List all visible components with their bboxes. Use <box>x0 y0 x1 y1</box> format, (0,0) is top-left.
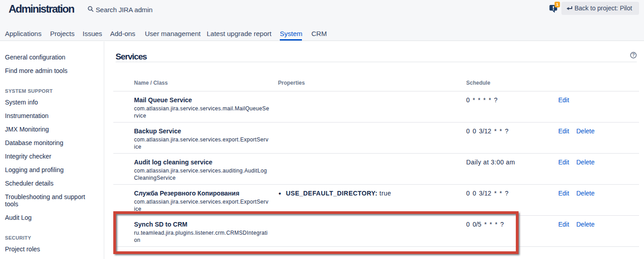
svg-text:1: 1 <box>556 2 559 7</box>
svg-text:?: ? <box>632 53 635 58</box>
